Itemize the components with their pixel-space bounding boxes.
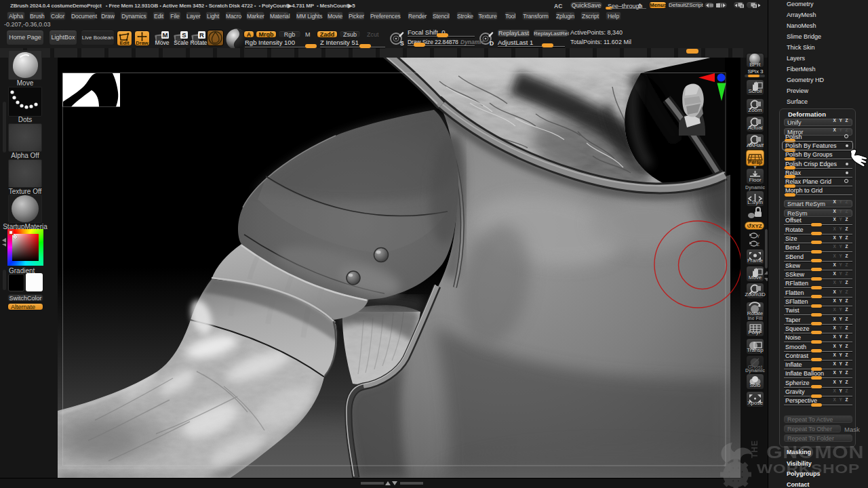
svg-text:S: S: [400, 40, 404, 47]
svg-text:Move: Move: [155, 39, 170, 46]
svg-text:Draw: Draw: [136, 40, 149, 46]
svg-text:R: R: [199, 31, 204, 39]
svg-text:Scale: Scale: [174, 39, 189, 46]
svg-text:S: S: [182, 31, 186, 39]
svg-text:WORKSHOP: WORKSHOP: [757, 462, 860, 476]
svg-text:D: D: [490, 40, 494, 47]
svg-text:M: M: [163, 31, 168, 39]
svg-text:Edit: Edit: [119, 40, 130, 46]
svg-text:Y: Y: [757, 234, 760, 239]
svg-text:Z: Z: [757, 242, 760, 247]
svg-text:Rotate: Rotate: [190, 39, 207, 46]
svg-text:GNOMON: GNOMON: [766, 443, 864, 462]
svg-text:THE: THE: [750, 440, 760, 458]
